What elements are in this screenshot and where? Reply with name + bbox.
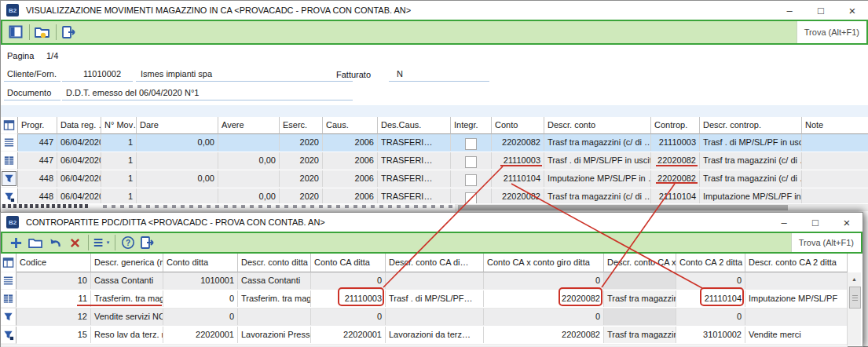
cell[interactable]: 2006: [323, 188, 378, 205]
cell[interactable]: 22020082: [492, 188, 544, 205]
minimize-button[interactable]: –: [774, 1, 805, 20]
titlebar[interactable]: B2 CONTROPARTITE PDC/DITTA <PROVACADC - …: [1, 213, 863, 232]
list-icon[interactable]: [1, 272, 16, 290]
cell[interactable]: [218, 170, 280, 187]
cell[interactable]: Imputazione MP/SL/PF: [745, 290, 848, 307]
scroll-up-icon[interactable]: ▲: [848, 272, 861, 285]
column-header[interactable]: Descr. conto CA di…: [386, 254, 484, 272]
cell[interactable]: 1: [101, 152, 137, 169]
table-row[interactable]: 10Cassa Contanti1010001Cassa Contanti000: [1, 272, 848, 290]
cell[interactable]: 448: [18, 188, 57, 205]
grid-icon[interactable]: [1, 152, 18, 170]
cell[interactable]: 2006: [323, 152, 378, 169]
cell[interactable]: 22020001: [311, 327, 386, 343]
column-header[interactable]: Data reg. …: [57, 117, 101, 134]
table-icon[interactable]: [1, 117, 18, 134]
titlebar[interactable]: B2 VISUALIZZAZIONE MOVIMENTI MAGAZZINO I…: [1, 1, 868, 20]
column-header[interactable]: Caus.: [323, 117, 378, 134]
column-header[interactable]: Integr.: [451, 117, 492, 134]
cell[interactable]: 22020082: [484, 290, 604, 307]
column-header[interactable]: Progr.: [18, 117, 57, 134]
cell[interactable]: [137, 152, 218, 169]
exit-icon[interactable]: [60, 24, 79, 41]
minimize-button[interactable]: –: [768, 213, 800, 232]
integr-checkbox[interactable]: [465, 174, 477, 186]
filter-icon[interactable]: [1, 309, 16, 326]
cell[interactable]: [386, 272, 484, 289]
cell[interactable]: Trasf . di MP/SL/PF in uscita: [700, 134, 802, 151]
filter-icon[interactable]: [1, 170, 18, 188]
column-header[interactable]: N° Mov…: [101, 117, 137, 134]
column-header[interactable]: Conto CA x conto giro ditta: [484, 254, 604, 272]
column-header[interactable]: Codice: [16, 254, 91, 272]
cell[interactable]: 0: [484, 309, 604, 325]
column-header[interactable]: Descr. generica (m…: [91, 254, 163, 272]
cell[interactable]: 1010001: [163, 272, 238, 289]
cell[interactable]: 1: [101, 170, 137, 187]
cell[interactable]: [238, 309, 311, 325]
cell[interactable]: 0,00: [137, 134, 218, 151]
menu-icon[interactable]: ▼: [92, 234, 111, 251]
cell[interactable]: 21110104: [676, 290, 745, 307]
cell[interactable]: [451, 188, 492, 205]
cell[interactable]: 0: [163, 290, 238, 307]
horizontal-scrollbar[interactable]: [455, 204, 868, 211]
cell[interactable]: 06/04/2020: [57, 134, 101, 151]
column-header[interactable]: Conto CA 2 ditta: [676, 254, 745, 272]
vertical-scrollbar[interactable]: ▲: [847, 272, 861, 345]
cell[interactable]: [745, 309, 848, 325]
open-folder-icon[interactable]: [26, 234, 45, 251]
table-icon[interactable]: [1, 254, 16, 272]
cell[interactable]: Lavorazioni Presso…: [238, 327, 311, 343]
cell[interactable]: Trasferim. tra mag…: [91, 290, 163, 307]
cell[interactable]: 2020: [280, 170, 323, 187]
maximize-button[interactable]: □: [805, 1, 837, 20]
table-row[interactable]: 12Vendite servizi NO …0000: [1, 309, 848, 327]
cell[interactable]: 1: [101, 188, 137, 205]
cell[interactable]: [802, 188, 868, 205]
cell[interactable]: Trasf . di MP/SL/PF in uscita: [544, 152, 651, 169]
cell[interactable]: 448: [18, 170, 57, 187]
cell[interactable]: Trasferim. tra mag…: [238, 290, 311, 307]
column-header[interactable]: Avere: [218, 117, 280, 134]
grid-icon[interactable]: [1, 290, 16, 308]
cell[interactable]: 2006: [323, 134, 378, 151]
cell[interactable]: [802, 170, 868, 187]
close-button[interactable]: ×: [831, 213, 863, 232]
fatturato-field[interactable]: N: [389, 69, 489, 82]
table-row[interactable]: 44706/04/202010,0020202006TRASFERI…22020…: [1, 134, 868, 152]
maximize-button[interactable]: □: [800, 213, 831, 232]
cell[interactable]: 22020082: [492, 134, 544, 151]
cell[interactable]: Cassa Contanti: [91, 272, 163, 289]
cell[interactable]: 0,00: [218, 152, 280, 169]
column-header[interactable]: Descr. controp.: [700, 117, 802, 134]
cell[interactable]: [451, 134, 492, 151]
cell[interactable]: [604, 272, 676, 289]
open-folder-icon[interactable]: [33, 24, 52, 41]
cell[interactable]: TRASFERI…: [378, 188, 451, 205]
cell[interactable]: 22020082: [651, 152, 700, 169]
cell[interactable]: 21110104: [651, 188, 700, 205]
cell[interactable]: [137, 188, 218, 205]
cell[interactable]: 0: [163, 309, 238, 325]
table-row[interactable]: 15Reso lav da terz. n…22020001Lavorazion…: [1, 327, 848, 345]
cell[interactable]: TRASFERI…: [378, 152, 451, 169]
cell[interactable]: 0,00: [137, 170, 218, 187]
cell[interactable]: Trasf tra magazzini (c/ di …: [700, 170, 802, 187]
find-button[interactable]: Trova (Alt+F1): [791, 233, 861, 252]
column-header[interactable]: Dare: [137, 117, 218, 134]
integr-checkbox[interactable]: [465, 192, 477, 204]
list-icon[interactable]: [1, 134, 18, 152]
cell[interactable]: Vendite servizi NO …: [91, 309, 163, 325]
cell[interactable]: [218, 134, 280, 151]
cell[interactable]: Reso lav da terz. n…: [91, 327, 163, 343]
integr-checkbox[interactable]: [465, 156, 477, 168]
column-header[interactable]: Descr. conto ditta: [238, 254, 311, 272]
column-header[interactable]: Eserc.: [280, 117, 323, 134]
cell[interactable]: [604, 309, 676, 325]
cell[interactable]: 21110003: [651, 134, 700, 151]
cell[interactable]: 0,00: [218, 188, 280, 205]
column-header[interactable]: Note: [802, 117, 868, 134]
cliente-name-field[interactable]: Ismes impianti spa: [136, 69, 353, 82]
table-row[interactable]: 44806/04/202010,0020202006TRASFERI…21110…: [1, 170, 868, 188]
